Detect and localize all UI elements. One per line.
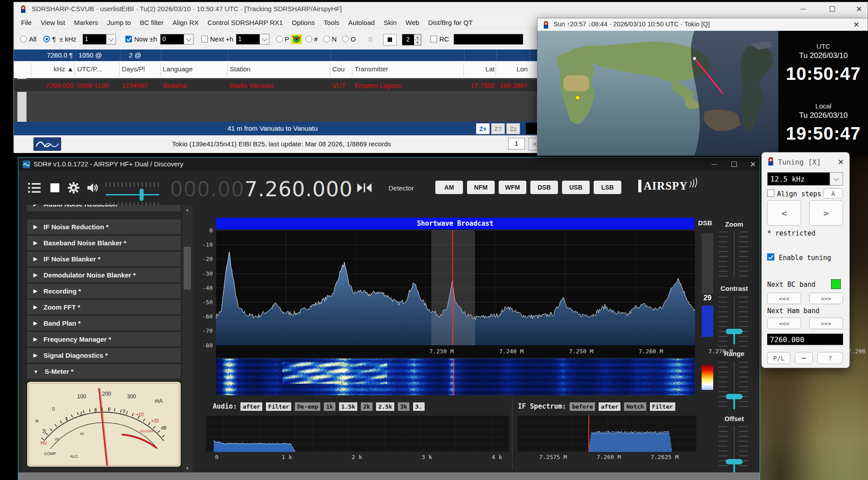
sidebar-item[interactable]: ▶IF Noise Reduction * — [27, 219, 181, 234]
if-filter-button[interactable]: before — [570, 402, 595, 411]
frequency-display[interactable]: 000.007.260.000 — [170, 177, 353, 201]
mode-button-dsb[interactable]: DSB — [530, 181, 558, 194]
next-checkbox[interactable] — [201, 36, 208, 42]
radio-hash[interactable] — [306, 36, 312, 42]
minus-button[interactable]: − — [795, 352, 813, 364]
radio-all[interactable] — [20, 36, 27, 42]
audio-filter-button[interactable]: 2k — [361, 402, 372, 411]
audio-spectrum-graph[interactable] — [206, 415, 509, 452]
scrollbar-thumb[interactable] — [184, 247, 191, 290]
step-up-button[interactable]: > — [809, 200, 843, 226]
column-header[interactable]: UTC/P... — [77, 65, 120, 73]
volume-thumb[interactable] — [140, 189, 144, 201]
sidebar-item[interactable]: ▶Band Plan * — [27, 316, 181, 331]
tuning-bandwidth-overlay[interactable] — [431, 230, 475, 345]
column-header[interactable]: kHz ▲ — [33, 65, 74, 73]
sidebar-item[interactable]: ▶Baseband Noise Blanker * — [27, 236, 181, 250]
menu-item[interactable]: File — [17, 19, 36, 26]
sidebar-item[interactable]: ▼S-Meter * — [27, 364, 181, 379]
column-header[interactable]: Transmitter — [355, 65, 464, 73]
spin-up-icon[interactable]: ▲ — [414, 34, 421, 40]
mode-button-usb[interactable]: USB — [562, 181, 590, 194]
column-header[interactable]: Language — [163, 65, 228, 73]
scroll-down-icon[interactable]: ▼ — [182, 464, 192, 472]
ham-prev-button[interactable]: <<< — [767, 318, 801, 329]
enable-tuning-checkbox[interactable] — [767, 253, 774, 261]
maximize-button[interactable] — [727, 159, 741, 169]
close-button[interactable] — [852, 4, 866, 14]
mode-button-wfm[interactable]: WFM — [499, 181, 526, 194]
offset-slider-thumb[interactable] — [726, 459, 743, 464]
audio-filter-button[interactable]: 2.5k — [376, 402, 394, 411]
stop-button[interactable] — [383, 34, 397, 46]
map-titlebar[interactable]: Sun ↑20:57 ↓08:44 · 2026/03/10 10:50 UTC… — [537, 18, 868, 31]
step-size-combo[interactable]: 12.5 kHz — [767, 172, 843, 186]
qth-map-icon[interactable] — [291, 34, 302, 44]
menu-item[interactable]: Tools — [319, 19, 344, 26]
world-map[interactable] — [537, 31, 778, 156]
tuning-frequency-field[interactable]: 7260.000 — [767, 334, 843, 346]
radio-pilcrow[interactable] — [43, 36, 50, 42]
audio-filter-button[interactable]: 3. — [413, 402, 425, 411]
align-steps-checkbox[interactable] — [767, 190, 774, 197]
help-button[interactable]: ? — [817, 352, 843, 364]
column-header[interactable]: Days/Pl — [122, 65, 161, 73]
csvub-titlebar[interactable]: SDRSHARP-CSVUB · userlistEIBI · Tu(2) 20… — [14, 2, 868, 16]
rc-checkbox[interactable] — [430, 36, 437, 42]
menu-item[interactable]: BC filter — [135, 19, 168, 26]
dropdown-button[interactable] — [184, 34, 193, 44]
close-button[interactable] — [746, 159, 760, 169]
volume-slider[interactable] — [106, 194, 159, 195]
khz-step-combo[interactable]: 1 — [83, 34, 116, 45]
close-button[interactable] — [850, 20, 863, 29]
mode-button-nfm[interactable]: NFM — [467, 181, 495, 194]
waterfall-display[interactable] — [216, 359, 695, 395]
menu-item[interactable]: Options — [287, 19, 319, 26]
sdr-titlebar[interactable]: SDR# v1.0.0.1722 - AIRSPY HF+ Dual / Dis… — [18, 157, 760, 171]
menu-item[interactable]: Dist/Brg for QT — [424, 19, 477, 26]
audio-filter-button[interactable]: 3k — [398, 402, 409, 411]
a-button[interactable]: A — [823, 188, 843, 199]
ham-next-button[interactable]: >>> — [809, 318, 843, 329]
range-slider-thumb[interactable] — [726, 394, 743, 399]
audio-filter-button[interactable]: Filter — [266, 402, 291, 411]
audio-filter-button[interactable]: 1k — [324, 402, 335, 411]
if-filter-button[interactable]: Filter — [650, 402, 675, 411]
next-hours-combo[interactable]: 1 — [236, 34, 269, 45]
if-filter-button[interactable]: Notch — [624, 402, 646, 411]
bc-prev-button[interactable]: <<< — [767, 293, 801, 304]
sidebar-scrollbar[interactable]: ▲ ▼ — [182, 205, 192, 480]
column-header[interactable]: Station — [230, 65, 331, 73]
spinner-arrows[interactable]: ▲▼ — [414, 34, 421, 45]
if-spectrum-graph[interactable] — [518, 415, 696, 452]
audio-filter-button[interactable]: De-emp — [295, 402, 320, 411]
now-hours-combo[interactable]: 0 — [160, 34, 194, 45]
audio-mute-button[interactable] — [84, 178, 102, 198]
minimize-button[interactable] — [707, 159, 721, 169]
menu-item[interactable]: Jump to — [103, 19, 135, 26]
scroll-up-icon[interactable]: ▲ — [182, 206, 192, 214]
column-header[interactable]: Lat — [466, 65, 495, 73]
zoom-list-button[interactable]: Z+ — [476, 123, 490, 134]
filter-input[interactable] — [454, 34, 523, 45]
sidebar-item[interactable]: ▶Signal Diagnostics * — [27, 348, 181, 363]
audio-filter-button[interactable]: after — [240, 402, 262, 411]
bc-next-button[interactable]: >>> — [809, 293, 843, 304]
sidebar-item[interactable]: ▶Demodulator Noise Blanker * — [27, 268, 181, 282]
column-header[interactable]: Cou — [332, 65, 353, 73]
column-header[interactable]: Lon — [498, 65, 528, 73]
menu-item[interactable]: Web — [401, 19, 424, 26]
menu-button[interactable] — [25, 178, 43, 198]
menu-item[interactable]: View list — [36, 19, 70, 26]
zoom-list-button[interactable]: Zz — [506, 123, 520, 134]
stop-button[interactable] — [46, 178, 64, 198]
spin-down-icon[interactable]: ▼ — [414, 40, 421, 45]
mode-button-am[interactable]: AM — [435, 181, 463, 194]
dropdown-button[interactable] — [830, 173, 843, 185]
mode-button-lsb[interactable]: LSB — [594, 181, 621, 194]
maximize-button[interactable] — [826, 4, 839, 14]
menu-item[interactable]: Control SDRSHARP RX1 — [203, 19, 287, 26]
sidebar-item[interactable]: ▶Frequency Manager * — [27, 332, 181, 347]
close-button[interactable] — [834, 157, 847, 167]
if-filter-button[interactable]: after — [599, 402, 620, 411]
